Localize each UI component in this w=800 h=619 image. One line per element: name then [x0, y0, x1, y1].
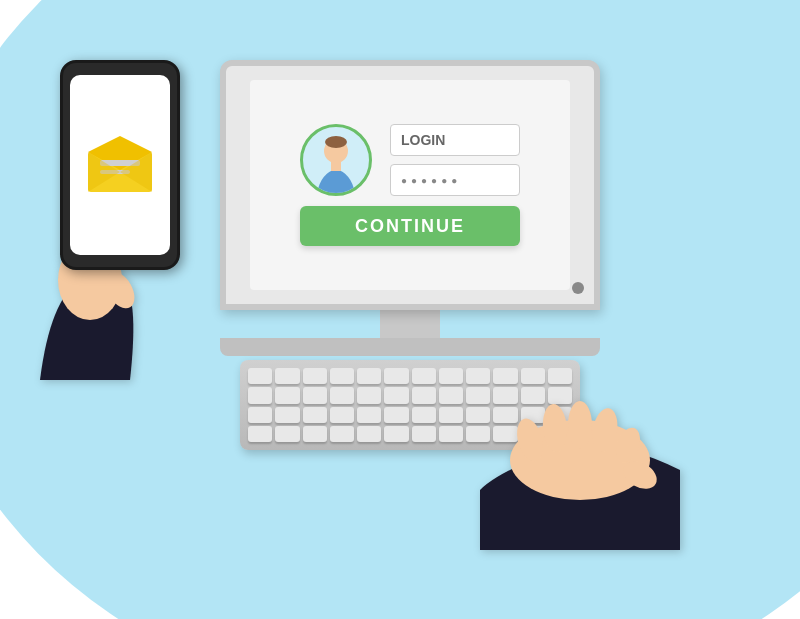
key	[357, 426, 381, 442]
avatar-icon	[300, 124, 372, 196]
key	[303, 387, 327, 403]
key	[548, 368, 572, 384]
key	[384, 426, 408, 442]
key	[303, 368, 327, 384]
key	[412, 407, 436, 423]
key	[357, 368, 381, 384]
key	[303, 426, 327, 442]
key	[275, 407, 299, 423]
key	[248, 426, 272, 442]
key	[330, 426, 354, 442]
key	[330, 368, 354, 384]
continue-button[interactable]: CONTINUE	[300, 206, 520, 246]
password-dots: ●●●●●●	[401, 175, 461, 186]
key	[330, 407, 354, 423]
key	[248, 387, 272, 403]
key	[439, 426, 463, 442]
monitor-group: LOGIN ●●●●●● CONTINUE	[220, 60, 600, 356]
key	[466, 368, 490, 384]
key	[275, 368, 299, 384]
password-field[interactable]: ●●●●●●	[390, 164, 520, 196]
key	[275, 426, 299, 442]
svg-point-1	[325, 136, 347, 148]
phone-body	[60, 60, 180, 270]
key	[357, 407, 381, 423]
right-hand-icon	[480, 390, 680, 554]
phone-screen	[70, 75, 170, 255]
envelope-icon	[84, 136, 156, 194]
key	[384, 368, 408, 384]
key	[248, 407, 272, 423]
login-fields: LOGIN ●●●●●●	[390, 124, 520, 196]
login-field[interactable]: LOGIN	[390, 124, 520, 156]
key	[303, 407, 327, 423]
svg-point-14	[568, 401, 592, 449]
key	[357, 387, 381, 403]
monitor-neck	[380, 310, 440, 338]
key	[439, 387, 463, 403]
key	[384, 407, 408, 423]
key	[412, 426, 436, 442]
key	[412, 387, 436, 403]
key	[493, 368, 517, 384]
monitor-stand	[220, 338, 600, 356]
svg-rect-2	[331, 161, 341, 171]
key	[439, 368, 463, 384]
continue-label: CONTINUE	[355, 216, 465, 237]
key	[248, 368, 272, 384]
key	[275, 387, 299, 403]
key	[521, 368, 545, 384]
key	[330, 387, 354, 403]
monitor-screen: LOGIN ●●●●●● CONTINUE	[220, 60, 600, 310]
key	[439, 407, 463, 423]
login-label: LOGIN	[401, 132, 445, 148]
phone-icon	[60, 60, 180, 270]
screen-content: LOGIN ●●●●●● CONTINUE	[250, 80, 570, 290]
key	[384, 387, 408, 403]
key	[412, 368, 436, 384]
screen-top-row: LOGIN ●●●●●●	[265, 124, 555, 196]
